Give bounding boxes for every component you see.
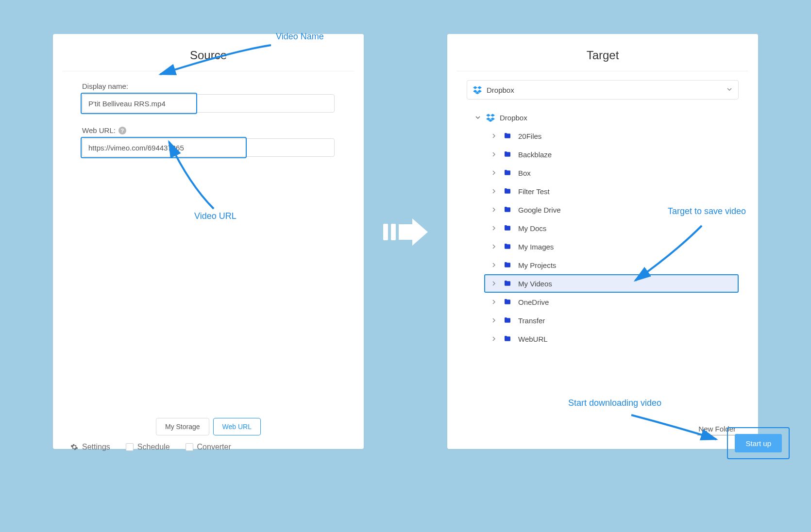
chevron-right-icon (491, 133, 497, 140)
folder-label: My Images (518, 243, 554, 251)
tree-item[interactable]: OneDrive (485, 293, 739, 311)
tree-item[interactable]: Transfer (485, 311, 739, 330)
tree-item[interactable]: 20Files (485, 127, 739, 145)
tree-item[interactable]: My Videos (484, 274, 739, 293)
folder-label: Box (518, 169, 531, 177)
chevron-down-icon (474, 114, 481, 122)
display-name-label: Display name: (82, 82, 335, 90)
tree-item[interactable]: Box (485, 164, 739, 182)
folder-label: Google Drive (518, 206, 561, 214)
chevron-right-icon (491, 151, 497, 158)
folder-label: WebURL (518, 335, 548, 343)
folder-icon (503, 261, 512, 269)
tree-item[interactable]: WebURL (485, 330, 739, 348)
settings-label: Settings (82, 443, 110, 451)
schedule-label: Schedule (137, 443, 170, 451)
tree-item[interactable]: My Docs (485, 219, 739, 237)
web-url-label: Web URL: ? (82, 126, 335, 134)
folder-label: My Projects (518, 261, 556, 269)
source-panel: Source Display name: Web URL: ? My Stora… (53, 34, 364, 449)
converter-label: Converter (197, 443, 231, 451)
tree-root-label: Dropbox (500, 114, 527, 122)
start-up-button[interactable]: Start up (735, 434, 782, 452)
transfer-arrow-icon (383, 218, 428, 246)
folder-label: Transfer (518, 316, 545, 325)
settings-button[interactable]: Settings (70, 443, 110, 451)
folder-label: My Docs (518, 224, 546, 233)
source-title: Source (53, 34, 364, 71)
help-icon[interactable]: ? (118, 127, 126, 134)
tree-root[interactable]: Dropbox (467, 110, 739, 127)
checkbox-icon (186, 443, 193, 451)
chevron-right-icon (491, 188, 497, 195)
folder-tree: Dropbox 20FilesBackblazeBoxFilter TestGo… (467, 110, 739, 423)
chevron-right-icon (491, 335, 497, 343)
schedule-toggle[interactable]: Schedule (126, 443, 170, 451)
folder-label: My Videos (518, 280, 552, 288)
folder-icon (503, 187, 512, 195)
tree-item[interactable]: My Images (485, 237, 739, 256)
folder-label: 20Files (518, 132, 541, 140)
chevron-right-icon (491, 262, 497, 269)
web-url-label-text: Web URL: (82, 126, 116, 134)
provider-select[interactable]: Dropbox (467, 80, 739, 100)
chevron-right-icon (491, 169, 497, 177)
my-storage-tab[interactable]: My Storage (156, 418, 209, 435)
chevron-right-icon (491, 280, 497, 287)
web-url-input[interactable] (82, 138, 335, 157)
startup-highlight: Start up (727, 427, 790, 459)
tree-item[interactable]: My Projects (485, 256, 739, 274)
folder-label: OneDrive (518, 298, 549, 306)
target-panel: Target Dropbox (447, 34, 758, 449)
folder-icon (503, 335, 512, 343)
chevron-down-icon (727, 85, 732, 94)
folder-icon (503, 243, 512, 250)
folder-icon (503, 132, 512, 140)
display-name-input[interactable] (82, 94, 335, 113)
folder-label: Backblaze (518, 150, 552, 159)
dropbox-icon (473, 85, 482, 94)
tree-item[interactable]: Google Drive (485, 200, 739, 219)
chevron-right-icon (491, 299, 497, 306)
folder-label: Filter Test (518, 187, 550, 196)
tree-item[interactable]: Filter Test (485, 182, 739, 200)
folder-icon (503, 316, 512, 324)
folder-icon (503, 280, 512, 287)
converter-toggle[interactable]: Converter (186, 443, 231, 451)
folder-icon (503, 206, 512, 214)
folder-icon (503, 224, 512, 232)
checkbox-icon (126, 443, 134, 451)
bottom-bar: Settings Schedule Converter (70, 443, 231, 451)
folder-icon (503, 298, 512, 306)
folder-icon (503, 150, 512, 158)
chevron-right-icon (491, 206, 497, 214)
target-title: Target (447, 34, 758, 71)
chevron-right-icon (491, 225, 497, 232)
dropbox-icon (486, 113, 495, 122)
gear-icon (70, 443, 78, 451)
provider-selected-label: Dropbox (487, 86, 514, 94)
folder-icon (503, 169, 512, 177)
chevron-right-icon (491, 243, 497, 250)
chevron-right-icon (491, 317, 497, 324)
web-url-tab[interactable]: Web URL (213, 418, 261, 435)
tree-item[interactable]: Backblaze (485, 145, 739, 164)
